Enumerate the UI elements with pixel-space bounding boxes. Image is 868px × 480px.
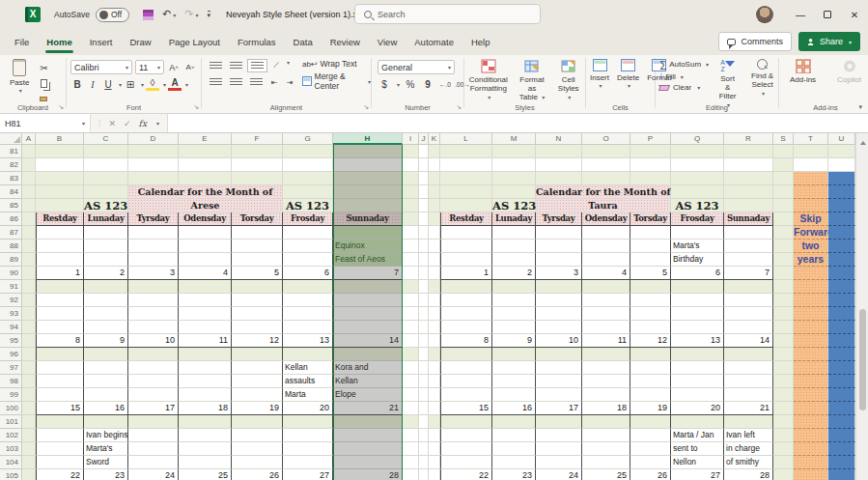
grid-cell-U87[interactable] <box>828 226 855 240</box>
grid-cell-P88[interactable] <box>630 240 671 253</box>
grid-cell-K83[interactable] <box>429 172 440 185</box>
grid-cell-T98[interactable] <box>794 375 828 388</box>
grid-cell-T105[interactable] <box>794 469 828 480</box>
calendar-cell-G99[interactable]: Marta <box>283 388 333 402</box>
grid-cell-R85[interactable] <box>724 199 773 212</box>
grid-cell-P101[interactable] <box>630 415 671 429</box>
grid-cell-A91[interactable] <box>22 280 36 294</box>
calendar-cell-E105[interactable]: 25 <box>179 469 232 480</box>
grid-cell-B92[interactable] <box>36 294 84 307</box>
grid-cell-E102[interactable] <box>179 429 232 442</box>
grid-cell-Q98[interactable] <box>671 375 724 388</box>
grid-cell-U81[interactable] <box>828 145 855 158</box>
calendar-cell-F95[interactable]: 12 <box>232 334 283 348</box>
grid-cell-D82[interactable] <box>128 158 179 172</box>
grid-cell-S83[interactable] <box>773 172 794 185</box>
calendar-cell-Q85[interactable]: AS 123 <box>671 199 724 212</box>
grid-cell-D94[interactable] <box>128 321 179 334</box>
grid-cell-O96[interactable] <box>582 348 630 361</box>
calendar-cell-C100[interactable]: 16 <box>84 402 128 415</box>
grid-cell-C88[interactable] <box>84 240 128 253</box>
calendar-cell-P90[interactable]: 5 <box>630 267 671 280</box>
align-middle-icon[interactable] <box>227 59 245 72</box>
calendar-cell-G95[interactable]: 13 <box>283 334 333 348</box>
row-header-89[interactable]: 89 <box>0 253 22 267</box>
grid-cell-L88[interactable] <box>440 240 492 253</box>
grid-cell-S101[interactable] <box>773 415 794 429</box>
grid-cell-J97[interactable] <box>419 361 429 375</box>
grid-cell-E101[interactable] <box>179 415 232 429</box>
grid-cell-N87[interactable] <box>536 226 582 240</box>
grid-cell-G84[interactable] <box>283 185 333 199</box>
grid-cell-F101[interactable] <box>232 415 283 429</box>
calendar-cell-M105[interactable]: 23 <box>492 469 536 480</box>
insert-function-icon[interactable]: fx <box>139 119 147 128</box>
grid-cell-F87[interactable] <box>232 226 283 240</box>
grid-cell-J86[interactable] <box>419 212 429 226</box>
tab-home[interactable]: Home <box>38 30 80 55</box>
grid-cell-B89[interactable] <box>36 253 84 267</box>
calendar-cell-L95[interactable]: 8 <box>440 334 492 348</box>
row-header-82[interactable]: 82 <box>0 158 22 172</box>
underline-button[interactable]: U <box>101 77 115 91</box>
calendar-cell-L90[interactable]: 1 <box>440 267 492 280</box>
grid-cell-B87[interactable] <box>36 226 84 240</box>
grid-cell-A98[interactable] <box>22 375 36 388</box>
close-button[interactable]: ✕ <box>841 0 868 29</box>
grid-cell-U86[interactable] <box>828 212 855 226</box>
grid-cell-S99[interactable] <box>773 388 794 402</box>
grid-cell-U96[interactable] <box>828 348 855 361</box>
grid-cell-R99[interactable] <box>724 388 773 402</box>
grid-cell-D96[interactable] <box>128 348 179 361</box>
grid-cell-U105[interactable] <box>828 469 855 480</box>
grid-cell-S82[interactable] <box>773 158 794 172</box>
calendar-cell-G85[interactable]: AS 123 <box>283 199 333 212</box>
grid-cell-Q91[interactable] <box>671 280 724 294</box>
grid-cell-T94[interactable] <box>794 321 828 334</box>
grid-cell-J83[interactable] <box>419 172 429 185</box>
grid-cell-J93[interactable] <box>419 307 429 321</box>
grid-cell-R87[interactable] <box>724 226 773 240</box>
grid-cell-O98[interactable] <box>582 375 630 388</box>
grid-cell-E83[interactable] <box>179 172 232 185</box>
column-header-F[interactable]: F <box>232 133 283 145</box>
grid-cell-K105[interactable] <box>429 469 440 480</box>
grid-cell-K84[interactable] <box>429 185 440 199</box>
grid-cell-K85[interactable] <box>429 199 440 212</box>
grid-cell-A94[interactable] <box>22 321 36 334</box>
grid-cell-A102[interactable] <box>22 429 36 442</box>
number-format-select[interactable]: General▾ <box>378 60 455 74</box>
calendar-cell-D105[interactable]: 24 <box>128 469 179 480</box>
row-header-100[interactable]: 100 <box>0 402 22 415</box>
calendar-cell-E90[interactable]: 4 <box>179 267 232 280</box>
grid-cell-J81[interactable] <box>419 145 429 158</box>
column-header-C[interactable]: C <box>84 133 128 145</box>
add-ins-button[interactable]: Add-ins <box>786 59 820 84</box>
grid-cell-L101[interactable] <box>440 415 492 429</box>
grid-cell-S87[interactable] <box>773 226 794 240</box>
grid-cell-Q93[interactable] <box>671 307 724 321</box>
grid-cell-L94[interactable] <box>440 321 492 334</box>
row-header-102[interactable]: 102 <box>0 429 22 442</box>
calendar-cell-H87[interactable] <box>333 226 403 240</box>
grid-cell-E82[interactable] <box>179 158 232 172</box>
grid-cell-F96[interactable] <box>232 348 283 361</box>
grid-cell-G87[interactable] <box>283 226 333 240</box>
grid-cell-J100[interactable] <box>419 402 429 415</box>
calendar-cell-O105[interactable]: 25 <box>582 469 630 480</box>
grid-cell-P103[interactable] <box>630 442 671 456</box>
grid-cell-J101[interactable] <box>419 415 429 429</box>
grid-cell-I105[interactable] <box>403 469 419 480</box>
grid-cell-E87[interactable] <box>179 226 232 240</box>
italic-button[interactable]: I <box>86 77 99 91</box>
calendar-cell-H100[interactable]: 21 <box>333 402 403 415</box>
grid-cell-S98[interactable] <box>773 375 794 388</box>
grid-cell-D98[interactable] <box>128 375 179 388</box>
calendar-cell-F90[interactable]: 5 <box>232 267 283 280</box>
grid-cell-C93[interactable] <box>84 307 128 321</box>
calendar-cell-H97[interactable]: Kora and <box>333 361 403 375</box>
grid-cell-E94[interactable] <box>179 321 232 334</box>
grid-cell-K81[interactable] <box>429 145 440 158</box>
grid-cell-U103[interactable] <box>828 442 855 456</box>
column-header-E[interactable]: E <box>179 133 232 145</box>
